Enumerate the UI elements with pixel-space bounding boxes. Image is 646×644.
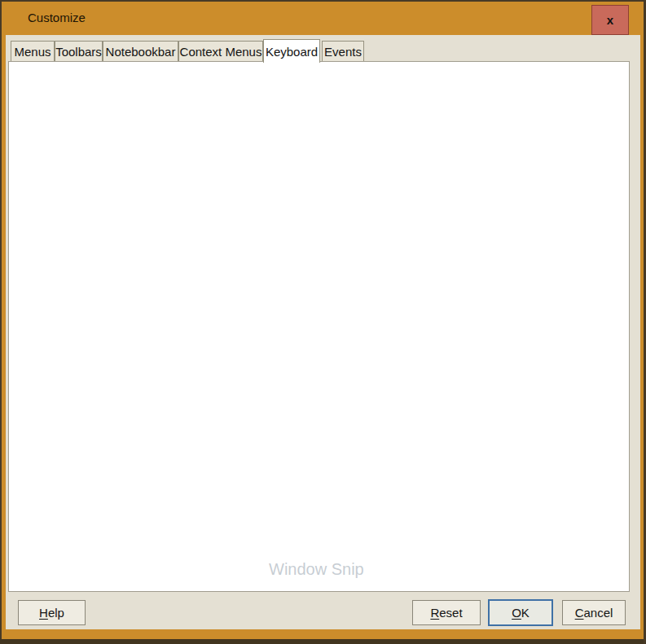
tab-keyboard[interactable]: Keyboard: [263, 39, 320, 63]
tab-context-menus[interactable]: Context Menus: [178, 41, 263, 62]
tab-events[interactable]: Events: [322, 41, 364, 62]
tab-toolbars[interactable]: Toolbars: [55, 41, 103, 62]
reset-button[interactable]: Reset: [412, 600, 481, 625]
tab-menus[interactable]: Menus: [11, 41, 55, 62]
window-edge-bottom: [0, 639, 646, 644]
window-title: Customize: [28, 11, 86, 24]
close-button[interactable]: x: [591, 5, 629, 35]
cancel-button[interactable]: Cancel: [562, 600, 626, 625]
help-button[interactable]: Help: [18, 600, 86, 625]
keyboard-tab-page: [8, 61, 630, 592]
tab-notebookbar[interactable]: Notebookbar: [103, 41, 178, 62]
title-bar[interactable]: Customize x: [2, 2, 644, 35]
ok-button[interactable]: OK: [488, 599, 553, 626]
close-icon: x: [607, 13, 613, 27]
